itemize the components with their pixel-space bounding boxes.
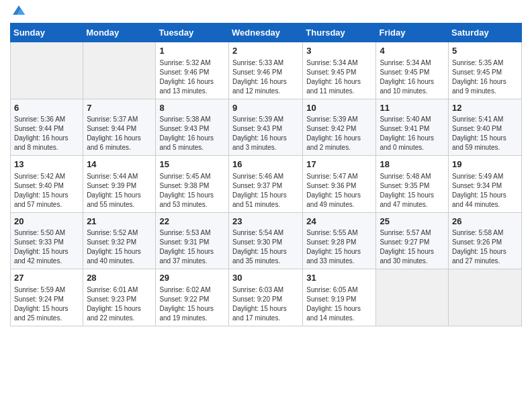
day-number: 9	[232, 102, 299, 114]
calendar-cell: 16Sunrise: 5:46 AM Sunset: 9:37 PM Dayli…	[229, 156, 303, 213]
calendar-cell: 8Sunrise: 5:38 AM Sunset: 9:43 PM Daylig…	[156, 99, 229, 156]
day-info: Sunrise: 5:37 AM Sunset: 9:44 PM Dayligh…	[87, 115, 152, 152]
calendar-cell: 26Sunrise: 5:58 AM Sunset: 9:26 PM Dayli…	[449, 212, 522, 269]
calendar-cell: 5Sunrise: 5:35 AM Sunset: 9:45 PM Daylig…	[449, 42, 522, 99]
day-number: 31	[306, 272, 372, 284]
weekday-header-wednesday: Wednesday	[229, 24, 303, 42]
day-info: Sunrise: 5:59 AM Sunset: 9:24 PM Dayligh…	[14, 285, 79, 323]
day-number: 7	[87, 102, 152, 114]
calendar-cell: 24Sunrise: 5:55 AM Sunset: 9:28 PM Dayli…	[303, 212, 376, 269]
day-number: 29	[159, 272, 225, 284]
calendar-cell: 28Sunrise: 6:01 AM Sunset: 9:23 PM Dayli…	[83, 269, 156, 326]
calendar-cell: 21Sunrise: 5:52 AM Sunset: 9:32 PM Dayli…	[83, 212, 156, 269]
day-info: Sunrise: 5:34 AM Sunset: 9:45 PM Dayligh…	[306, 58, 372, 96]
weekday-header-friday: Friday	[376, 24, 449, 42]
calendar-table: SundayMondayTuesdayWednesdayThursdayFrid…	[10, 23, 522, 326]
day-number: 5	[452, 45, 518, 57]
day-info: Sunrise: 5:48 AM Sunset: 9:35 PM Dayligh…	[380, 172, 445, 210]
calendar-cell: 23Sunrise: 5:54 AM Sunset: 9:30 PM Dayli…	[229, 212, 303, 269]
header	[10, 7, 522, 17]
calendar-cell: 9Sunrise: 5:39 AM Sunset: 9:43 PM Daylig…	[229, 99, 303, 156]
calendar-cell: 30Sunrise: 6:03 AM Sunset: 9:20 PM Dayli…	[229, 269, 303, 326]
day-info: Sunrise: 6:03 AM Sunset: 9:20 PM Dayligh…	[232, 285, 299, 323]
day-info: Sunrise: 6:01 AM Sunset: 9:23 PM Dayligh…	[87, 285, 152, 323]
calendar-cell: 1Sunrise: 5:32 AM Sunset: 9:46 PM Daylig…	[156, 42, 229, 99]
day-info: Sunrise: 5:57 AM Sunset: 9:27 PM Dayligh…	[380, 228, 445, 266]
calendar-cell: 4Sunrise: 5:34 AM Sunset: 9:45 PM Daylig…	[376, 42, 449, 99]
logo-icon	[11, 3, 26, 17]
calendar-week-1: 1Sunrise: 5:32 AM Sunset: 9:46 PM Daylig…	[11, 42, 522, 99]
calendar-cell: 11Sunrise: 5:40 AM Sunset: 9:41 PM Dayli…	[376, 99, 449, 156]
day-number: 16	[232, 158, 299, 171]
weekday-header-saturday: Saturday	[449, 24, 522, 42]
day-info: Sunrise: 5:33 AM Sunset: 9:46 PM Dayligh…	[232, 58, 299, 96]
calendar-cell: 14Sunrise: 5:44 AM Sunset: 9:39 PM Dayli…	[83, 156, 156, 213]
day-number: 1	[159, 45, 225, 57]
day-number: 8	[159, 102, 225, 114]
day-info: Sunrise: 5:58 AM Sunset: 9:26 PM Dayligh…	[452, 228, 518, 266]
calendar-cell	[449, 269, 522, 326]
day-info: Sunrise: 5:34 AM Sunset: 9:45 PM Dayligh…	[380, 58, 445, 96]
day-info: Sunrise: 5:55 AM Sunset: 9:28 PM Dayligh…	[306, 228, 372, 266]
calendar-cell: 22Sunrise: 5:53 AM Sunset: 9:31 PM Dayli…	[156, 212, 229, 269]
calendar-cell: 15Sunrise: 5:45 AM Sunset: 9:38 PM Dayli…	[156, 156, 229, 213]
day-number: 13	[14, 158, 79, 171]
day-info: Sunrise: 5:46 AM Sunset: 9:37 PM Dayligh…	[232, 172, 299, 210]
day-number: 20	[14, 216, 79, 228]
day-number: 11	[380, 102, 445, 114]
day-number: 19	[452, 158, 518, 171]
weekday-header-sunday: Sunday	[11, 24, 83, 42]
logo-text	[10, 9, 26, 17]
calendar-cell	[376, 269, 449, 326]
day-info: Sunrise: 5:36 AM Sunset: 9:44 PM Dayligh…	[14, 115, 79, 152]
calendar-cell: 29Sunrise: 6:02 AM Sunset: 9:22 PM Dayli…	[156, 269, 229, 326]
calendar-cell: 31Sunrise: 6:05 AM Sunset: 9:19 PM Dayli…	[303, 269, 376, 326]
day-info: Sunrise: 5:40 AM Sunset: 9:41 PM Dayligh…	[380, 115, 445, 152]
page: SundayMondayTuesdayWednesdayThursdayFrid…	[0, 0, 532, 411]
day-number: 25	[380, 216, 445, 228]
day-number: 26	[452, 216, 518, 228]
day-number: 28	[87, 272, 152, 284]
day-info: Sunrise: 5:39 AM Sunset: 9:42 PM Dayligh…	[306, 115, 372, 152]
day-number: 14	[87, 158, 152, 171]
day-number: 10	[306, 102, 372, 114]
day-info: Sunrise: 5:44 AM Sunset: 9:39 PM Dayligh…	[87, 172, 152, 210]
day-info: Sunrise: 5:39 AM Sunset: 9:43 PM Dayligh…	[232, 115, 299, 152]
day-number: 30	[232, 272, 299, 284]
weekday-header-tuesday: Tuesday	[156, 24, 229, 42]
day-info: Sunrise: 5:50 AM Sunset: 9:33 PM Dayligh…	[14, 228, 79, 266]
calendar-cell: 10Sunrise: 5:39 AM Sunset: 9:42 PM Dayli…	[303, 99, 376, 156]
calendar-cell: 19Sunrise: 5:49 AM Sunset: 9:34 PM Dayli…	[449, 156, 522, 213]
calendar-week-3: 13Sunrise: 5:42 AM Sunset: 9:40 PM Dayli…	[11, 156, 522, 213]
calendar-cell: 3Sunrise: 5:34 AM Sunset: 9:45 PM Daylig…	[303, 42, 376, 99]
day-number: 22	[159, 216, 225, 228]
calendar-cell: 13Sunrise: 5:42 AM Sunset: 9:40 PM Dayli…	[11, 156, 83, 213]
calendar-cell: 20Sunrise: 5:50 AM Sunset: 9:33 PM Dayli…	[11, 212, 83, 269]
day-info: Sunrise: 5:41 AM Sunset: 9:40 PM Dayligh…	[452, 115, 518, 152]
calendar-cell: 17Sunrise: 5:47 AM Sunset: 9:36 PM Dayli…	[303, 156, 376, 213]
day-number: 12	[452, 102, 518, 114]
day-info: Sunrise: 6:05 AM Sunset: 9:19 PM Dayligh…	[306, 285, 372, 323]
day-info: Sunrise: 5:42 AM Sunset: 9:40 PM Dayligh…	[14, 172, 79, 210]
day-info: Sunrise: 5:45 AM Sunset: 9:38 PM Dayligh…	[159, 172, 225, 210]
day-info: Sunrise: 6:02 AM Sunset: 9:22 PM Dayligh…	[159, 285, 225, 323]
day-info: Sunrise: 5:47 AM Sunset: 9:36 PM Dayligh…	[306, 172, 372, 210]
calendar-cell: 12Sunrise: 5:41 AM Sunset: 9:40 PM Dayli…	[449, 99, 522, 156]
day-number: 3	[306, 45, 372, 57]
weekday-header-thursday: Thursday	[303, 24, 376, 42]
calendar-cell	[83, 42, 156, 99]
day-info: Sunrise: 5:54 AM Sunset: 9:30 PM Dayligh…	[232, 228, 299, 266]
calendar-cell: 7Sunrise: 5:37 AM Sunset: 9:44 PM Daylig…	[83, 99, 156, 156]
day-number: 6	[14, 102, 79, 114]
day-number: 18	[380, 158, 445, 171]
day-number: 27	[14, 272, 79, 284]
calendar-week-4: 20Sunrise: 5:50 AM Sunset: 9:33 PM Dayli…	[11, 212, 522, 269]
day-info: Sunrise: 5:32 AM Sunset: 9:46 PM Dayligh…	[159, 58, 225, 96]
day-number: 21	[87, 216, 152, 228]
calendar-cell: 6Sunrise: 5:36 AM Sunset: 9:44 PM Daylig…	[11, 99, 83, 156]
day-number: 4	[380, 45, 445, 57]
calendar-header-row: SundayMondayTuesdayWednesdayThursdayFrid…	[11, 24, 522, 42]
day-info: Sunrise: 5:38 AM Sunset: 9:43 PM Dayligh…	[159, 115, 225, 152]
day-number: 2	[232, 45, 299, 57]
day-number: 17	[306, 158, 372, 171]
